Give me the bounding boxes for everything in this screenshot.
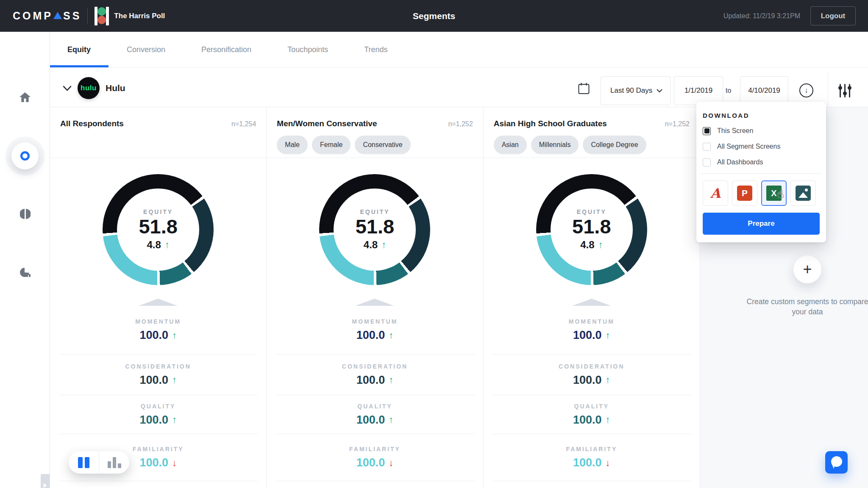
- metric-label: CONSIDERATION: [559, 363, 624, 370]
- metric-number: 100.0: [139, 456, 168, 469]
- brand-selector[interactable]: hulu Hulu: [63, 77, 125, 99]
- metric-value: 100.0↑: [573, 329, 610, 342]
- toggle-donut-view[interactable]: [69, 451, 99, 474]
- metric-label: CONSIDERATION: [342, 363, 408, 370]
- metric-row-familiarity: FAMILIARITY100.0↓: [275, 434, 474, 481]
- checkbox-checked-icon[interactable]: [703, 127, 711, 135]
- circle-ring-icon: [20, 151, 30, 161]
- collapse-caret[interactable]: [572, 299, 611, 306]
- format-pdf-button[interactable]: A: [703, 180, 728, 206]
- arrow-up-icon: ↑: [165, 239, 170, 250]
- segment-tag-asian: Asian: [494, 136, 527, 154]
- tab-conversion[interactable]: Conversion: [127, 32, 165, 67]
- sidebar: [0, 32, 50, 488]
- arrow-up-icon: ↑: [381, 239, 386, 250]
- arrow-up-icon: ↑: [172, 330, 177, 341]
- brand-name: Hulu: [106, 83, 125, 93]
- logout-button[interactable]: Logout: [810, 6, 856, 25]
- chat-bubble-icon: [831, 456, 842, 467]
- download-option-label: All Segment Screens: [717, 143, 780, 150]
- date-range-select[interactable]: Last 90 Days: [601, 76, 670, 105]
- arrow-up-icon: ↑: [606, 330, 610, 341]
- sidebar-item-home[interactable]: [0, 92, 50, 102]
- segment-cards: All Respondents n=1,254 EQUITY 51.8 4.8 …: [50, 107, 700, 488]
- metric-row-momentum: MOMENTUM100.0↑: [492, 306, 691, 354]
- equity-delta-value: 4.8: [580, 239, 594, 251]
- controls-divider: [828, 73, 828, 107]
- metric-row-momentum: MOMENTUM100.0↑: [58, 306, 258, 354]
- equity-donut-section: EQUITY 51.8 4.8 ↑: [484, 158, 700, 306]
- calendar-icon[interactable]: [578, 83, 590, 94]
- download-option-all-dashboards[interactable]: All Dashboards: [703, 158, 820, 167]
- arrow-up-icon: ↑: [172, 414, 177, 425]
- download-icon[interactable]: ↓: [799, 83, 813, 97]
- metric-row-consideration: CONSIDERATION100.0↑: [492, 354, 691, 395]
- add-segment-button[interactable]: +: [793, 255, 821, 283]
- arrow-down-icon: ↓: [172, 458, 177, 469]
- date-range-value: Last 90 Days: [610, 86, 652, 95]
- metric-number: 100.0: [356, 374, 385, 387]
- sidebar-item-segments-active[interactable]: [0, 142, 50, 169]
- metric-number: 100.0: [573, 413, 602, 427]
- view-toggle: [69, 451, 129, 474]
- harris-poll-logo-icon: [95, 7, 109, 25]
- metric-number: 100.0: [139, 374, 168, 387]
- metric-value: 100.0↓: [139, 456, 177, 469]
- bar-chart-icon: [108, 457, 121, 468]
- pdf-icon: A: [710, 186, 721, 201]
- metric-number: 100.0: [139, 329, 168, 342]
- donut-center: EQUITY 51.8 4.8 ↑: [117, 189, 199, 271]
- segment-tags: AsianMillennialsCollege Degree: [494, 136, 690, 154]
- arrow-up-icon: ↑: [598, 239, 603, 250]
- tab-equity[interactable]: Equity: [67, 32, 91, 67]
- arrow-up-icon: ↑: [389, 330, 393, 341]
- metric-value: 100.0↓: [573, 456, 610, 469]
- sidebar-expander-handle[interactable]: [41, 474, 50, 488]
- metrics-list: MOMENTUM100.0↑CONSIDERATION100.0↑QUALITY…: [267, 306, 483, 481]
- format-excel-button[interactable]: X: [761, 180, 787, 206]
- metric-value: 100.0↑: [573, 413, 610, 427]
- tab-trends[interactable]: Trends: [364, 32, 387, 67]
- toggle-bar-view[interactable]: [99, 451, 129, 474]
- select-chevron-icon: [657, 89, 662, 93]
- donut-center: EQUITY 51.8 4.8 ↑: [551, 189, 633, 271]
- filter-sliders-icon[interactable]: [837, 83, 853, 98]
- segment-card-asian-high-school-graduates: Asian High School Graduates n=1,252 Asia…: [484, 107, 700, 488]
- download-option-all-segment-screens[interactable]: All Segment Screens: [703, 142, 820, 151]
- sidebar-item-reports[interactable]: [0, 267, 50, 277]
- metric-number: 100.0: [573, 456, 602, 469]
- prepare-button[interactable]: Prepare: [703, 213, 820, 235]
- format-powerpoint-button[interactable]: P: [732, 180, 757, 206]
- equity-donut-chart: EQUITY 51.8 4.8 ↑: [319, 174, 430, 285]
- arrow-down-icon: ↓: [606, 458, 610, 469]
- date-from-input[interactable]: 1/1/2019: [674, 76, 723, 105]
- metric-number: 100.0: [573, 329, 602, 342]
- hulu-brand-logo: hulu: [78, 77, 100, 99]
- active-nav-bubble: [11, 142, 39, 169]
- date-to-input[interactable]: 4/10/2019: [740, 76, 788, 105]
- metric-number: 100.0: [573, 374, 602, 387]
- checkbox-unchecked-icon[interactable]: [703, 143, 711, 151]
- download-option-this-screen[interactable]: This Screen: [703, 126, 820, 136]
- excel-icon: X: [766, 186, 782, 201]
- segment-title: Men/Women Conservative: [277, 119, 377, 128]
- metric-value: 100.0↓: [356, 456, 394, 469]
- segment-card-men-women-conservative: Men/Women Conservative n=1,252 MaleFemal…: [267, 107, 483, 488]
- create-segments-text: Create custom segments to compare your d…: [744, 297, 868, 317]
- tab-bar: EquityConversionPersonificationTouchpoin…: [50, 32, 868, 68]
- segment-tag-college-degree: College Degree: [583, 136, 646, 154]
- compass-logo-prefix: COMP: [13, 10, 53, 22]
- checkbox-unchecked-icon[interactable]: [703, 158, 711, 166]
- pie-bars-icon: [19, 267, 31, 277]
- collapse-caret[interactable]: [139, 299, 178, 306]
- tab-touchpoints[interactable]: Touchpoints: [287, 32, 328, 67]
- collapse-caret[interactable]: [355, 299, 394, 306]
- sidebar-item-compare[interactable]: [0, 209, 50, 219]
- metric-value: 100.0↑: [356, 413, 394, 427]
- chat-button[interactable]: [825, 451, 848, 474]
- sample-size: n=1,254: [231, 120, 256, 128]
- segments-dashboard: COMP SS The Harris Poll Segments Updated…: [0, 0, 868, 488]
- arrow-up-icon: ↑: [389, 374, 393, 385]
- format-image-button[interactable]: [790, 180, 816, 206]
- tab-personification[interactable]: Personification: [201, 32, 251, 67]
